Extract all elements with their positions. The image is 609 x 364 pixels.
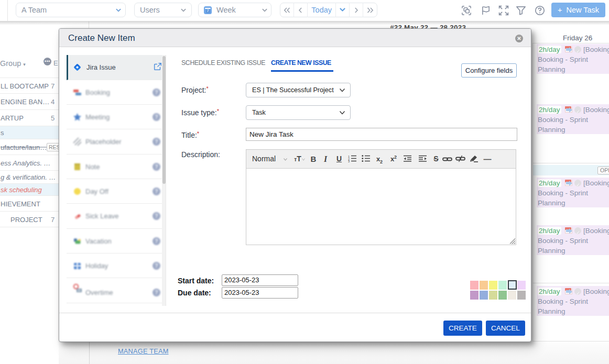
svg-text:3: 3 <box>348 160 350 162</box>
